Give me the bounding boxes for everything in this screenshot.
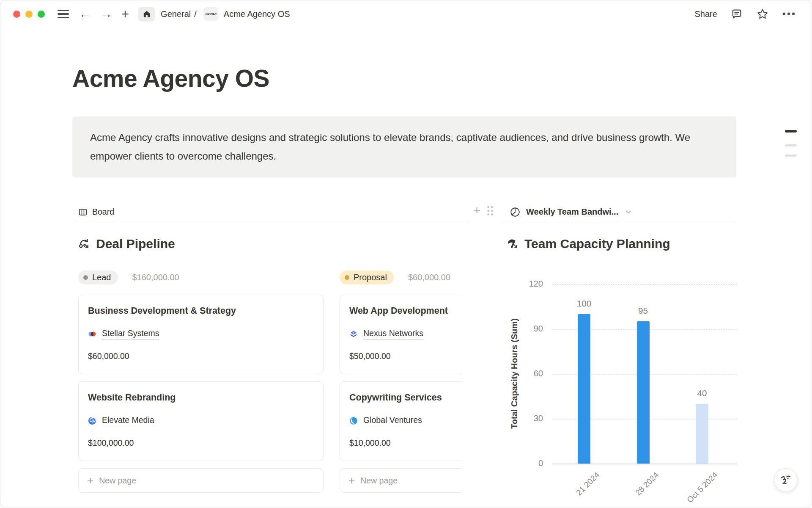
y-tick-label: 60: [513, 369, 543, 378]
back-button[interactable]: ←: [79, 8, 91, 20]
new-page-button[interactable]: +New page: [340, 468, 462, 493]
board-view-label: Board: [92, 207, 114, 217]
pie-chart-icon: [510, 207, 521, 218]
client-row: Global Ventures: [349, 415, 462, 426]
comments-button[interactable]: [731, 8, 743, 20]
status-label: Lead: [92, 273, 111, 282]
y-tick-label: 90: [513, 324, 543, 334]
view-controls: +: [473, 204, 494, 217]
board-column: Lead$160,000.00Business Development & St…: [78, 269, 324, 493]
column-sum: $60,000.00: [408, 273, 450, 282]
capacity-chart: Total Capacity Hours (Sum) 0306090120100…: [502, 262, 737, 499]
comment-icon: [731, 8, 743, 20]
collection-views: Board Deal Pipeline Lead$160,000.00Busin…: [72, 201, 736, 499]
toolbar: ← → + General / acme Acme Agency OS Shar…: [0, 0, 812, 28]
x-tick-label: 21 2024: [574, 470, 601, 497]
card-amount: $10,000.00: [349, 438, 462, 448]
favorite-button[interactable]: [756, 8, 769, 20]
x-tick-label: Oct 5 2024: [685, 470, 719, 505]
chart-view-tab[interactable]: Weekly Team Bandwi...: [502, 201, 737, 223]
capacity-bar[interactable]: [637, 321, 650, 464]
capacity-bar[interactable]: [578, 314, 590, 464]
card-title: Website Rebranding: [88, 392, 314, 403]
new-page-button[interactable]: +New page: [78, 468, 324, 493]
chart-baseline: [552, 464, 737, 464]
chart-view-pane: Weekly Team Bandwi... Team Capacity Plan…: [502, 201, 737, 499]
card-title: Business Development & Strategy: [88, 306, 314, 316]
card-amount: $100,000.00: [88, 438, 314, 448]
deal-card[interactable]: Web App DevelopmentNexus Networks$50,000…: [340, 295, 462, 374]
chart-gridline: [552, 284, 737, 285]
table-of-contents-indicator[interactable]: [785, 130, 797, 157]
home-button[interactable]: [138, 7, 155, 22]
hammer-icon: [507, 237, 519, 250]
card-title: Web App Development: [349, 306, 462, 316]
board-column: Proposal$60,000.00Web App DevelopmentNex…: [340, 269, 462, 493]
pipeline-heading: Deal Pipeline: [72, 234, 468, 253]
view-dropdown[interactable]: [625, 208, 632, 216]
drag-handle[interactable]: [486, 205, 494, 217]
client-link[interactable]: Elevate Media: [102, 415, 154, 426]
forward-button[interactable]: →: [101, 8, 112, 20]
column-header: Lead$160,000.00: [78, 269, 324, 285]
status-dot: [83, 275, 88, 280]
client-link[interactable]: Global Ventures: [363, 415, 422, 426]
toc-bar-active[interactable]: [785, 130, 797, 133]
notion-ai-button[interactable]: [774, 468, 798, 492]
app-window: ← → + General / acme Acme Agency OS Shar…: [0, 0, 812, 508]
minimize-window-button[interactable]: [25, 11, 33, 18]
bar-value-label: 100: [567, 298, 601, 309]
y-tick-label: 30: [513, 414, 543, 423]
deal-card[interactable]: Copywriting ServicesGlobal Ventures$10,0…: [340, 381, 462, 461]
client-row: Stellar Systems: [88, 329, 314, 340]
more-options-button[interactable]: •••: [782, 8, 796, 20]
chart-heading: Team Capacity Planning: [502, 234, 737, 253]
toc-bar[interactable]: [785, 144, 797, 146]
globe-swirl-icon: [349, 417, 358, 425]
board-icon: [78, 207, 88, 217]
breadcrumb-root[interactable]: General: [161, 9, 191, 19]
y-tick-label: 120: [513, 279, 543, 289]
deal-card[interactable]: Business Development & StrategyStellar S…: [78, 295, 324, 374]
card-title: Copywriting Services: [349, 392, 462, 403]
chart-view-label: Weekly Team Bandwi...: [526, 207, 618, 217]
share-button[interactable]: Share: [694, 9, 717, 19]
plus-icon: +: [87, 475, 93, 486]
chart-section-title: Team Capacity Planning: [524, 237, 670, 251]
column-sum: $160,000.00: [132, 273, 179, 282]
status-badge[interactable]: Proposal: [340, 271, 394, 284]
star-icon: [756, 8, 769, 20]
plus-icon: +: [348, 475, 355, 486]
drag-handle-icon: [486, 205, 494, 217]
sidebar-menu-icon[interactable]: [58, 10, 69, 18]
client-link[interactable]: Stellar Systems: [102, 329, 159, 340]
board-view-pane: Board Deal Pipeline Lead$160,000.00Busin…: [72, 201, 468, 499]
breadcrumb-page[interactable]: Acme Agency OS: [224, 9, 290, 19]
page-icon-acme[interactable]: acme: [203, 7, 218, 21]
board-section-title: Deal Pipeline: [96, 237, 175, 251]
chevron-down-icon: [625, 208, 632, 216]
workflow-icon: [78, 237, 91, 250]
client-link[interactable]: Nexus Networks: [363, 329, 423, 340]
callout-block: Acme Agency crafts innovative designs an…: [72, 116, 736, 177]
close-window-button[interactable]: [13, 11, 20, 18]
ai-face-icon: [779, 473, 793, 487]
board-view-tab[interactable]: Board: [72, 201, 468, 223]
card-amount: $50,000.00: [349, 351, 462, 361]
board-columns: Lead$160,000.00Business Development & St…: [72, 269, 462, 493]
new-page-label: New page: [99, 476, 136, 486]
toc-bar[interactable]: [785, 155, 797, 157]
bar-value-label: 40: [685, 388, 719, 398]
add-view-button[interactable]: +: [473, 204, 480, 217]
home-icon: [143, 10, 151, 18]
page-body: Acme Agency OS Acme Agency crafts innova…: [72, 64, 736, 499]
y-tick-label: 0: [513, 458, 543, 468]
status-badge[interactable]: Lead: [78, 271, 118, 284]
capacity-bar[interactable]: [696, 404, 708, 464]
zoom-window-button[interactable]: [38, 11, 45, 18]
breadcrumb-separator: /: [194, 9, 197, 19]
new-page-label: New page: [360, 476, 398, 486]
new-tab-button[interactable]: +: [121, 8, 129, 21]
column-header: Proposal$60,000.00: [340, 269, 462, 285]
deal-card[interactable]: Website RebrandingElevate Media$100,000.…: [78, 381, 324, 461]
